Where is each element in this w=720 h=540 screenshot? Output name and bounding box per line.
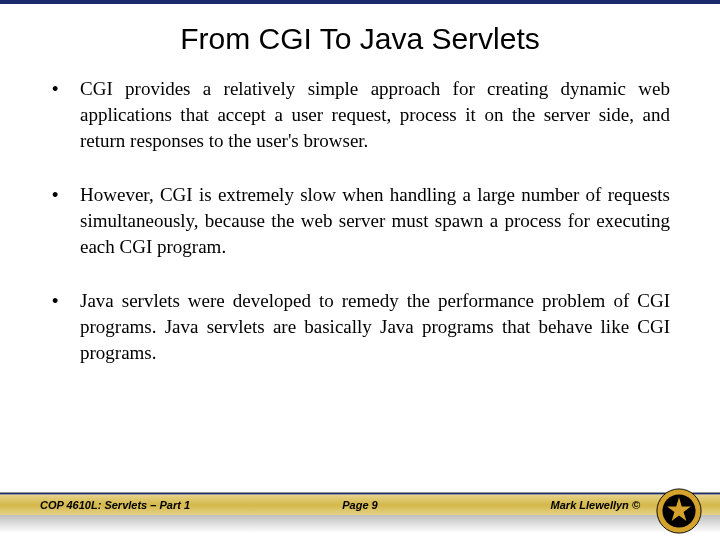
footer-course: COP 4610L: Servlets – Part 1 — [40, 499, 190, 511]
slide-footer: COP 4610L: Servlets – Part 1 Page 9 Mark… — [0, 492, 720, 540]
slide: From CGI To Java Servlets • CGI provides… — [0, 0, 720, 540]
bullet-item: • Java servlets were developed to remedy… — [50, 288, 670, 366]
bullet-item: • However, CGI is extremely slow when ha… — [50, 182, 670, 260]
footer-page: Page 9 — [342, 499, 377, 511]
slide-title: From CGI To Java Servlets — [0, 4, 720, 66]
bullet-text: Java servlets were developed to remedy t… — [80, 288, 670, 366]
bullet-marker: • — [50, 182, 80, 260]
bullet-item: • CGI provides a relatively simple appro… — [50, 76, 670, 154]
footer-shadow — [0, 515, 720, 533]
bullet-text: CGI provides a relatively simple approac… — [80, 76, 670, 154]
slide-content: • CGI provides a relatively simple appro… — [0, 66, 720, 366]
bullet-marker: • — [50, 288, 80, 366]
footer-author: Mark Llewellyn © — [551, 499, 640, 511]
bullet-text: However, CGI is extremely slow when hand… — [80, 182, 670, 260]
bullet-marker: • — [50, 76, 80, 154]
ucf-logo-icon — [656, 488, 702, 534]
footer-bar: COP 4610L: Servlets – Part 1 Page 9 Mark… — [0, 495, 720, 515]
